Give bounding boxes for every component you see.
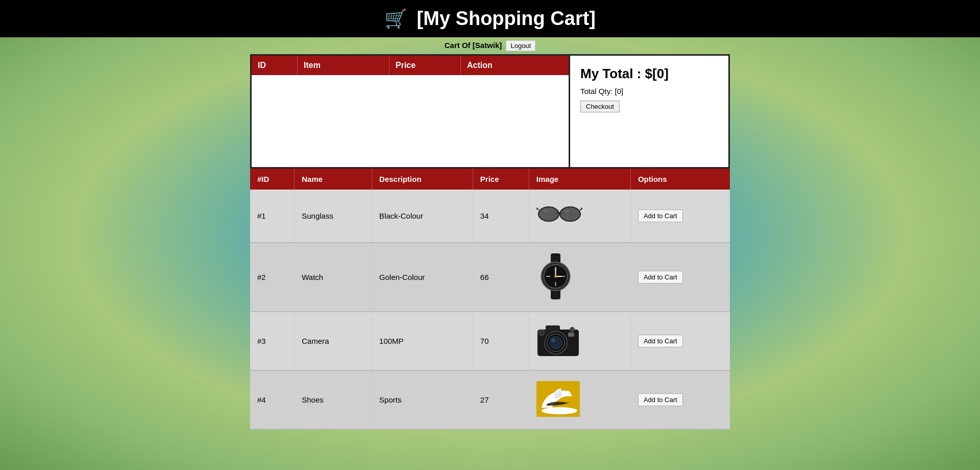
cart-col-id: ID <box>252 56 298 75</box>
product-id: #2 <box>250 243 295 312</box>
cart-col-item: Item <box>298 56 389 75</box>
product-description: Golen-Colour <box>372 243 473 312</box>
table-row: #4ShoesSports27 Add to Cart <box>250 370 730 429</box>
cart-icon: 🛒 <box>384 8 407 29</box>
logout-button[interactable]: Logout <box>506 40 535 51</box>
product-image-cell <box>529 312 630 370</box>
col-header-name: Name <box>295 169 372 190</box>
product-name: Watch <box>295 243 372 312</box>
svg-point-23 <box>551 338 555 342</box>
page-header: 🛒 [My Shopping Cart] <box>0 0 980 37</box>
col-header-price: Price <box>473 169 529 190</box>
page-title: 🛒 [My Shopping Cart] <box>384 8 596 29</box>
product-image-cell <box>529 243 630 312</box>
svg-point-28 <box>542 407 577 414</box>
cart-total: My Total : $[0] <box>580 66 718 82</box>
product-name: Camera <box>295 312 372 370</box>
watch-image <box>536 253 575 299</box>
site-title: [My Shopping Cart] <box>417 8 596 29</box>
col-header-options: Options <box>630 169 730 190</box>
svg-line-4 <box>580 208 582 210</box>
product-name: Shoes <box>295 370 372 429</box>
product-id: #4 <box>250 370 295 429</box>
table-row: #1SunglassBlack-Colour34 Add to Cart <box>250 190 730 243</box>
col-header-description: Description <box>372 169 473 190</box>
products-table-header-row: #ID Name Description Price Image Options <box>250 169 730 190</box>
cart-col-price: Price <box>389 56 461 75</box>
main-container: ID Item Price Action My Total : $[0] Tot… <box>250 54 730 430</box>
product-image-cell <box>529 370 630 429</box>
add-to-cart-button[interactable]: Add to Cart <box>638 271 683 284</box>
add-to-cart-button[interactable]: Add to Cart <box>638 393 683 406</box>
cart-col-action: Action <box>461 56 569 75</box>
product-options: Add to Cart <box>630 312 730 370</box>
add-to-cart-button[interactable]: Add to Cart <box>638 335 683 347</box>
product-name: Sunglass <box>295 190 372 243</box>
col-header-id: #ID <box>250 169 295 190</box>
products-table-body: #1SunglassBlack-Colour34 Add to Cart#2Wa… <box>250 190 730 429</box>
product-price: 34 <box>473 190 529 243</box>
svg-point-5 <box>543 209 548 213</box>
cart-qty: Total Qty: [0] <box>580 87 718 96</box>
svg-point-1 <box>538 207 559 221</box>
table-row: #2WatchGolen-Colour66 Add to Cart <box>250 243 730 312</box>
product-description: 100MP <box>372 312 473 370</box>
svg-point-25 <box>570 327 575 332</box>
col-header-image: Image <box>529 169 630 190</box>
cart-summary: My Total : $[0] Total Qty: [0] Checkout <box>570 56 728 167</box>
cart-of-bar: Cart Of [Satwik] Logout <box>0 37 980 54</box>
svg-line-3 <box>536 208 538 210</box>
shoes-image <box>536 381 580 417</box>
product-image-cell <box>529 190 630 243</box>
product-price: 70 <box>473 312 529 370</box>
cart-table-body <box>252 75 569 167</box>
svg-point-6 <box>565 209 570 213</box>
checkout-button[interactable]: Checkout <box>580 101 620 112</box>
product-description: Black-Colour <box>372 190 473 243</box>
table-row: #3Camera100MP70 Add to Cart <box>250 312 730 370</box>
svg-rect-24 <box>568 333 574 337</box>
cart-table-header: ID Item Price Action <box>252 56 569 75</box>
cart-owner-label: Cart Of [Satwik] <box>445 41 502 50</box>
svg-rect-19 <box>546 325 560 332</box>
svg-point-26 <box>538 330 545 336</box>
product-options: Add to Cart <box>630 370 730 429</box>
product-id: #1 <box>250 190 295 243</box>
svg-point-2 <box>560 207 580 221</box>
product-id: #3 <box>250 312 295 370</box>
product-description: Sports <box>372 370 473 429</box>
cart-section: ID Item Price Action My Total : $[0] Tot… <box>250 54 730 169</box>
product-price: 66 <box>473 243 529 312</box>
product-options: Add to Cart <box>630 190 730 243</box>
svg-point-22 <box>549 336 562 349</box>
add-to-cart-button[interactable]: Add to Cart <box>638 209 683 222</box>
cart-table-area: ID Item Price Action <box>252 56 570 167</box>
camera-image <box>536 322 580 358</box>
product-price: 27 <box>473 370 529 429</box>
products-table: #ID Name Description Price Image Options… <box>250 169 730 430</box>
sunglass-image <box>536 200 582 230</box>
svg-point-17 <box>554 275 557 278</box>
product-options: Add to Cart <box>630 243 730 312</box>
